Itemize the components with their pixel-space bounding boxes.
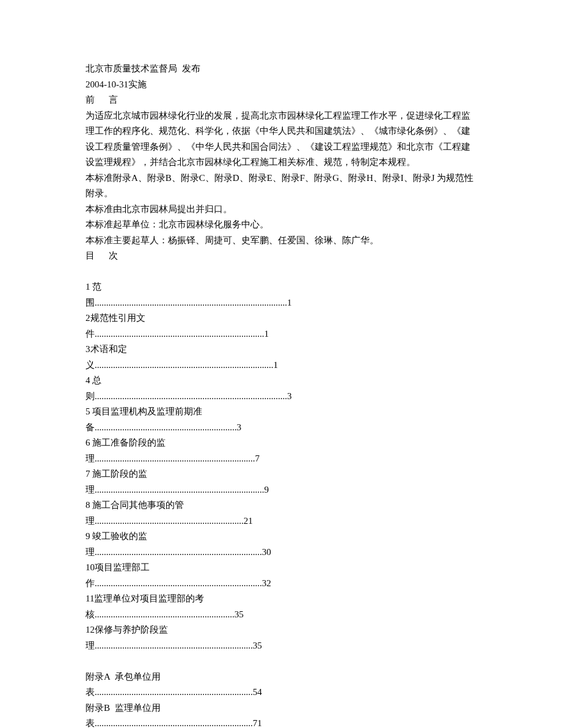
- toc-entry: 备.......................................…: [86, 420, 476, 436]
- implementation-date: 2004-10-31实施: [86, 77, 476, 93]
- toc-entry: 10项目监理部工: [86, 560, 476, 576]
- contents-title: 目 次: [86, 248, 476, 264]
- toc-entry: 作.......................................…: [86, 576, 476, 592]
- toc-entry: 理.......................................…: [86, 513, 476, 529]
- toc-entry: 8 施工合同其他事项的管: [86, 498, 476, 513]
- toc-entry: 理.......................................…: [86, 482, 476, 498]
- toc-entry: 5 项目监理机构及监理前期准: [86, 404, 476, 420]
- toc-entry: 3术语和定: [86, 342, 476, 358]
- toc-entry: 1 范: [86, 279, 476, 295]
- toc-entry: 理.......................................…: [86, 451, 476, 467]
- toc-entry: 件.......................................…: [86, 326, 476, 342]
- toc-entry: 7 施工阶段的监: [86, 466, 476, 482]
- toc-entry: 11监理单位对项目监理部的考: [86, 591, 476, 607]
- toc-entry: 理.......................................…: [86, 638, 476, 654]
- toc-entry: 则.......................................…: [86, 389, 476, 405]
- document-page: 北京市质量技术监督局 发布 2004-10-31实施 前 言 为适应北京城市园林…: [43, 0, 519, 728]
- preface-title: 前 言: [86, 92, 476, 108]
- preface-paragraph: 本标准附录A、附录B、附录C、附录D、附录E、附录F、附录G、附录H、附录I、附…: [86, 171, 476, 202]
- toc-entry: 围.......................................…: [86, 295, 476, 311]
- toc-entry: 表.......................................…: [86, 685, 476, 700]
- preface-paragraph: 本标准主要起草人：杨振铎、周捷可、史军鹏、任爱国、徐琳、陈广华。: [86, 233, 476, 249]
- toc-entry: 核.......................................…: [86, 607, 476, 623]
- toc-entry: 附录B 监理单位用: [86, 700, 476, 716]
- toc-entry: 6 施工准备阶段的监: [86, 435, 476, 451]
- blank-line: [86, 264, 476, 280]
- preface-paragraph: 本标准由北京市园林局提出并归口。: [86, 202, 476, 218]
- toc-entry: 附录A 承包单位用: [86, 669, 476, 685]
- blank-line: [86, 653, 476, 669]
- toc-entry: 12保修与养护阶段监: [86, 622, 476, 638]
- preface-paragraph: 本标准起草单位：北京市园林绿化服务中心。: [86, 217, 476, 233]
- toc-entry: 表.......................................…: [86, 716, 476, 728]
- issuer-line: 北京市质量技术监督局 发布: [86, 61, 476, 77]
- toc-entry: 理.......................................…: [86, 545, 476, 561]
- toc-entry: 义.......................................…: [86, 358, 476, 373]
- toc-entry: 4 总: [86, 373, 476, 389]
- toc-entry: 9 竣工验收的监: [86, 529, 476, 545]
- preface-paragraph: 为适应北京城市园林绿化行业的发展，提高北京市园林绿化工程监理工作水平，促进绿化工…: [86, 108, 476, 171]
- toc-entry: 2规范性引用文: [86, 311, 476, 326]
